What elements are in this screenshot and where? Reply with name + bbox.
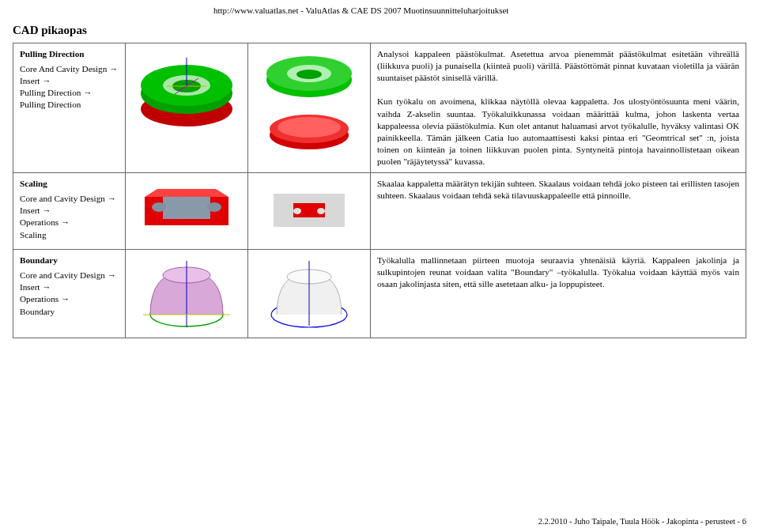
boundary-wire-icon	[258, 256, 361, 331]
draft-exploded-icon	[258, 50, 361, 160]
row-image-1	[126, 250, 248, 338]
svg-point-23	[317, 208, 325, 214]
svg-point-14	[278, 117, 341, 138]
scaling-part-icon	[135, 179, 238, 243]
arrow-icon	[108, 194, 116, 203]
arrow-icon	[108, 270, 116, 280]
path-step: Insert	[20, 206, 40, 215]
header-url: http://www.valuatlas.net - ValuAtlas & C…	[213, 6, 508, 15]
svg-point-18	[152, 202, 166, 212]
desc-p1: Työkalulla mallinnetaan piirteen muotoja…	[377, 255, 739, 289]
row-title: Boundary	[20, 255, 119, 266]
svg-point-19	[207, 202, 221, 212]
arrow-icon	[42, 282, 51, 292]
path-step: Insert	[20, 282, 40, 292]
row-image-1	[126, 43, 248, 173]
row-title: Pulling Direction	[20, 48, 119, 60]
row-image-2	[248, 173, 371, 250]
row-image-2	[248, 43, 371, 173]
row-sub: Core And Cavity Design	[20, 64, 107, 74]
path-step: Pulling Direction	[20, 88, 81, 97]
row-image-1	[126, 173, 248, 250]
page-footer: 2.2.2010 - Juho Taipale, Tuula Höök - Ja…	[538, 517, 746, 526]
svg-marker-16	[145, 189, 228, 197]
path-step: Operations	[20, 217, 59, 227]
desc-p1: Analysoi kappaleen päästökulmat. Asetett…	[377, 49, 739, 82]
boundary-solid-icon	[135, 256, 238, 331]
path-step: Pulling Direction	[20, 100, 81, 109]
row-description: Työkalulla mallinnetaan piirteen muotoja…	[371, 250, 746, 338]
scaling-surface-icon	[258, 179, 361, 243]
arrow-icon	[42, 206, 51, 215]
path-step: Scaling	[20, 230, 47, 240]
arrow-icon	[61, 217, 70, 227]
table-row: Boundary Core and Cavity Design Insert O…	[13, 250, 746, 338]
row-left: Pulling Direction Core And Cavity Design…	[13, 43, 126, 173]
desc-p1: Skaalaa kappaletta määrätyn tekijän suht…	[377, 179, 739, 200]
svg-marker-17	[163, 197, 210, 219]
path-step: Insert	[20, 76, 40, 85]
arrow-icon	[109, 64, 118, 74]
row-sub: Core and Cavity Design	[20, 270, 105, 280]
page-title: CAD pikaopas	[13, 24, 87, 37]
row-left: Boundary Core and Cavity Design Insert O…	[13, 250, 126, 338]
row-description: Skaalaa kappaletta määrätyn tekijän suht…	[371, 173, 746, 250]
row-description: Analysoi kappaleen päästökulmat. Asetett…	[371, 43, 746, 173]
arrow-icon	[61, 294, 70, 304]
row-title: Scaling	[20, 178, 119, 190]
svg-point-22	[293, 208, 301, 214]
table-row: Scaling Core and Cavity Design Insert Op…	[13, 173, 746, 250]
path-step: Operations	[20, 294, 59, 304]
table-row: Pulling Direction Core And Cavity Design…	[13, 43, 746, 173]
document-table: Pulling Direction Core And Cavity Design…	[13, 43, 746, 338]
arrow-icon	[83, 88, 92, 97]
draft-torus-icon	[135, 50, 238, 137]
svg-point-11	[296, 70, 322, 79]
desc-p2: Kun työkalu on avoimena, klikkaa näytöll…	[377, 96, 739, 166]
path-step: Boundary	[20, 307, 55, 316]
arrow-icon	[42, 76, 51, 85]
row-image-2	[248, 250, 371, 338]
row-left: Scaling Core and Cavity Design Insert Op…	[13, 173, 126, 250]
row-sub: Core and Cavity Design	[20, 194, 105, 203]
